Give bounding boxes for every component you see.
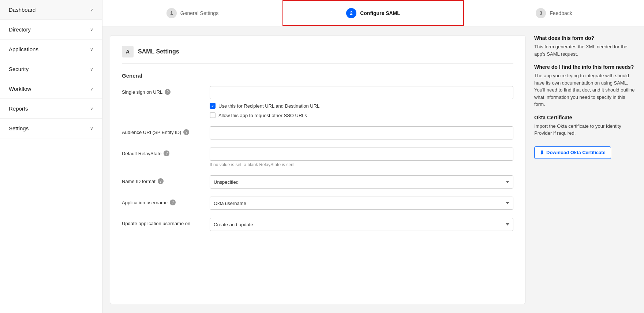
sidebar-item-security[interactable]: Security∨: [0, 59, 102, 79]
sso-url-input[interactable]: [210, 86, 513, 99]
step-feedback[interactable]: 3Feedback: [464, 0, 644, 26]
audience-uri-row: Audience URI (SP Entity ID) ?: [122, 126, 513, 139]
audience-uri-input[interactable]: [210, 126, 513, 139]
update-username-select[interactable]: Create and updateCreate only: [210, 218, 513, 231]
update-username-label: Update application username on: [122, 218, 202, 226]
saml-card-title: SAML Settings: [138, 48, 179, 55]
chevron-down-icon: ∨: [90, 27, 93, 32]
help-section-what-form-does: What does this form do?This form generat…: [534, 35, 637, 57]
step-circle-feedback: 3: [536, 8, 546, 18]
chevron-down-icon: ∨: [90, 126, 93, 131]
chevron-down-icon: ∨: [90, 106, 93, 111]
name-id-format-help-icon[interactable]: ?: [158, 178, 164, 184]
main-content: 1General Settings2Configure SAML3Feedbac…: [102, 0, 644, 313]
chevron-down-icon: ∨: [90, 7, 93, 12]
name-id-format-row: Name ID format ? UnspecifiedEmailAddress…: [122, 175, 513, 189]
step-configure-saml[interactable]: 2Configure SAML: [282, 0, 464, 26]
sidebar-item-label: Security: [9, 66, 29, 72]
sso-url-help-icon[interactable]: ?: [165, 89, 171, 95]
general-section-heading: General: [122, 72, 513, 79]
update-username-row: Update application username on Create an…: [122, 218, 513, 231]
sso-url-row: Single sign on URL ? Use this for Recipi…: [122, 86, 513, 118]
sso-url-checkboxes: Use this for Recipient URL and Destinati…: [210, 103, 513, 118]
app-username-help-icon[interactable]: ?: [170, 200, 176, 205]
download-okta-cert-button[interactable]: ⬇Download Okta Certificate: [534, 146, 611, 159]
chevron-down-icon: ∨: [90, 67, 93, 72]
steps-nav: 1General Settings2Configure SAML3Feedbac…: [102, 0, 644, 26]
sidebar-item-applications[interactable]: Applications∨: [0, 40, 102, 59]
name-id-format-select[interactable]: UnspecifiedEmailAddressPersistentTransie…: [210, 175, 513, 189]
step-general-settings[interactable]: 1General Settings: [102, 0, 282, 26]
sso-url-label: Single sign on URL ?: [122, 86, 202, 95]
update-username-field: Create and updateCreate only: [210, 218, 513, 231]
app-username-label: Application username ?: [122, 197, 202, 205]
app-username-field: Okta usernameEmailCustom: [210, 197, 513, 210]
step-label-general-settings: General Settings: [180, 10, 218, 16]
app-username-select[interactable]: Okta usernameEmailCustom: [210, 197, 513, 210]
audience-uri-help-icon[interactable]: ?: [183, 129, 189, 135]
sidebar-item-label: Reports: [9, 105, 28, 112]
help-heading-what-form-does: What does this form do?: [534, 35, 637, 41]
step-circle-configure-saml: 2: [346, 8, 356, 18]
app-username-row: Application username ? Okta usernameEmai…: [122, 197, 513, 210]
sidebar-item-label: Dashboard: [9, 7, 35, 13]
relay-state-field: If no value is set, a blank RelayState i…: [210, 148, 513, 167]
sidebar-item-label: Workflow: [9, 86, 31, 92]
step-label-feedback: Feedback: [550, 10, 572, 16]
other-sso-urls-checkbox[interactable]: [210, 112, 216, 118]
other-sso-urls-checkbox-row[interactable]: Allow this app to request other SSO URLs: [210, 112, 513, 118]
sso-url-field: Use this for Recipient URL and Destinati…: [210, 86, 513, 118]
sidebar-item-workflow[interactable]: Workflow∨: [0, 79, 102, 99]
help-text-where-find-info: The app you're trying to integrate with …: [534, 72, 637, 108]
help-text-what-form-does: This form generates the XML needed for t…: [534, 43, 637, 57]
audience-uri-label: Audience URI (SP Entity ID) ?: [122, 126, 202, 135]
recipient-url-checkbox[interactable]: [210, 103, 216, 109]
relay-state-hint: If no value is set, a blank RelayState i…: [210, 162, 513, 167]
help-heading-okta-certificate: Okta Certificate: [534, 115, 637, 120]
sidebar-item-label: Settings: [9, 125, 29, 131]
chevron-down-icon: ∨: [90, 47, 93, 52]
help-panel: What does this form do?This form generat…: [534, 35, 637, 304]
download-icon: ⬇: [540, 150, 544, 156]
saml-badge: A: [122, 46, 134, 57]
step-circle-general-settings: 1: [166, 8, 177, 18]
help-heading-where-find-info: Where do I find the info this form needs…: [534, 64, 637, 70]
name-id-format-field: UnspecifiedEmailAddressPersistentTransie…: [210, 175, 513, 189]
name-id-format-label: Name ID format ?: [122, 175, 202, 184]
other-sso-urls-checkbox-label: Allow this app to request other SSO URLs: [218, 113, 307, 118]
download-btn-label: Download Okta Certificate: [546, 150, 606, 155]
sidebar-item-reports[interactable]: Reports∨: [0, 99, 102, 119]
saml-card-header: A SAML Settings: [122, 46, 513, 64]
help-section-where-find-info: Where do I find the info this form needs…: [534, 64, 637, 108]
relay-state-help-icon[interactable]: ?: [164, 150, 169, 156]
relay-state-row: Default RelayState ? If no value is set,…: [122, 148, 513, 167]
chevron-down-icon: ∨: [90, 86, 93, 92]
relay-state-label: Default RelayState ?: [122, 148, 202, 156]
recipient-url-checkbox-row[interactable]: Use this for Recipient URL and Destinati…: [210, 103, 513, 109]
relay-state-input[interactable]: [210, 148, 513, 161]
audience-uri-field: [210, 126, 513, 139]
sidebar: Dashboard∨Directory∨Applications∨Securit…: [0, 0, 102, 313]
sidebar-item-settings[interactable]: Settings∨: [0, 119, 102, 138]
step-label-configure-saml: Configure SAML: [360, 10, 400, 16]
sidebar-item-directory[interactable]: Directory∨: [0, 20, 102, 40]
sidebar-item-label: Directory: [9, 26, 31, 33]
recipient-url-checkbox-label: Use this for Recipient URL and Destinati…: [218, 103, 319, 109]
sidebar-item-label: Applications: [9, 46, 38, 52]
content-area: A SAML Settings General Single sign on U…: [102, 26, 644, 313]
saml-settings-card: A SAML Settings General Single sign on U…: [110, 35, 525, 304]
sidebar-item-dashboard[interactable]: Dashboard∨: [0, 0, 102, 20]
help-text-okta-certificate: Import the Okta certificate to your Iden…: [534, 123, 637, 137]
help-section-okta-certificate: Okta CertificateImport the Okta certific…: [534, 115, 637, 137]
